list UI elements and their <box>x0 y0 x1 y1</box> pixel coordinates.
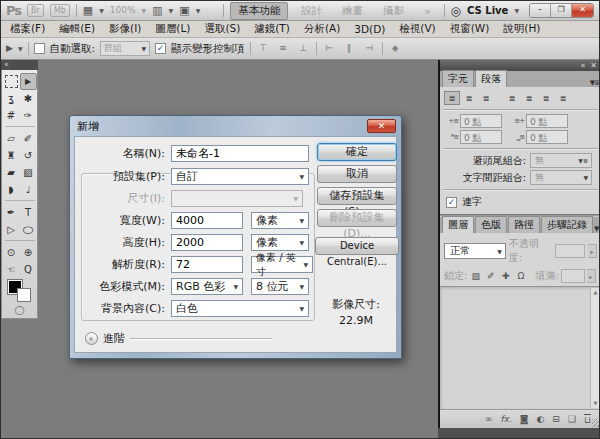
adjustment-layer-icon[interactable]: ◐ <box>536 414 544 424</box>
device-central-button[interactable]: Device Central(E)... <box>315 237 399 255</box>
chevron-down-icon[interactable]: ▼ <box>18 45 23 52</box>
auto-select-dropdown[interactable]: 群組 ▼ <box>100 41 150 56</box>
3d-orbit-tool[interactable]: ⊕ <box>20 244 37 261</box>
menu-analysis[interactable]: 分析(A) <box>297 21 347 37</box>
tab-paragraph[interactable]: 段落 <box>475 70 507 87</box>
menu-select[interactable]: 選取(S) <box>197 21 247 37</box>
bridge-button[interactable]: Br <box>27 4 44 17</box>
align-left-edges-icon[interactable]: ⊢ <box>322 42 337 55</box>
width-unit-dropdown[interactable]: 像素 ▼ <box>251 212 309 229</box>
panel-menu-icon[interactable]: ▼≣ <box>590 79 599 87</box>
panel-menu-icon[interactable]: ▼≣ <box>594 225 600 233</box>
arrange-documents-icon[interactable]: ▦ <box>83 5 93 16</box>
menu-edit[interactable]: 編輯(E) <box>52 21 102 37</box>
move-tool-preset-icon[interactable]: ▶ <box>6 44 13 53</box>
layer-mask-icon[interactable]: ◙ <box>520 414 529 424</box>
height-input[interactable] <box>171 234 243 251</box>
resolution-unit-dropdown[interactable]: 像素 / 英寸 ▼ <box>251 256 313 273</box>
brush-tool[interactable]: ✐ <box>20 130 37 147</box>
view-extras-icon[interactable]: ▥ <box>152 5 162 16</box>
first-line-indent-field[interactable]: 0 點 <box>460 130 502 144</box>
align-top-edges-icon[interactable]: ⊤ <box>256 42 271 55</box>
menu-help[interactable]: 說明(H) <box>496 21 547 37</box>
screen-mode-icon[interactable]: ▣ <box>179 5 189 16</box>
zoom-tool[interactable]: Q <box>20 261 37 278</box>
spot-healing-brush-tool[interactable]: ▱ <box>3 130 20 147</box>
quick-selection-tool[interactable]: ✱ <box>20 90 37 107</box>
fill-field[interactable] <box>561 269 585 283</box>
auto-select-checkbox[interactable] <box>34 43 45 54</box>
history-brush-tool[interactable]: ↺ <box>20 147 37 164</box>
tools-collapse-icon[interactable]: « <box>1 60 38 70</box>
justify-last-right-button[interactable]: ≣ <box>538 91 554 105</box>
layer-effects-icon[interactable]: fx. <box>500 414 511 424</box>
path-selection-tool[interactable]: ▷ <box>3 221 20 238</box>
pen-tool[interactable]: ✒ <box>3 204 20 221</box>
align-right-button[interactable]: ≣ <box>478 91 494 105</box>
tab-paths[interactable]: 路徑 <box>508 216 540 233</box>
close-button[interactable]: ✕ <box>572 4 593 17</box>
tab-layers[interactable]: 圖層 <box>442 216 474 233</box>
scroll-up-icon[interactable]: ▲ <box>591 288 600 297</box>
height-unit-dropdown[interactable]: 像素 ▼ <box>251 234 309 251</box>
menu-image[interactable]: 影像(I) <box>102 21 148 37</box>
gradient-tool[interactable]: ▧ <box>20 164 37 181</box>
mojikumi-dropdown[interactable]: 無 ▼ <box>530 170 592 185</box>
tab-character[interactable]: 字元 <box>442 70 474 87</box>
kinsoku-dropdown[interactable]: 無 ▼≣ <box>530 153 592 168</box>
type-tool[interactable]: T <box>20 204 37 221</box>
layers-list[interactable]: ▲ ▼ <box>440 286 600 409</box>
resize-grip[interactable] <box>592 419 600 427</box>
dialog-close-button[interactable]: ✕ <box>367 119 396 133</box>
delete-layer-icon[interactable]: ⊔ <box>584 414 591 425</box>
cancel-button[interactable]: 取消 <box>317 165 397 183</box>
align-horizontal-centers-icon[interactable]: ∥ <box>342 42 357 55</box>
lasso-tool[interactable]: ʓ <box>3 90 20 107</box>
hand-tool[interactable]: ☜ <box>3 261 20 278</box>
minimize-button[interactable]: – <box>530 4 551 17</box>
quick-mask-button[interactable]: ◯ <box>3 304 36 316</box>
eraser-tool[interactable]: ▰ <box>3 164 20 181</box>
lock-position-icon[interactable]: ✚ <box>499 271 512 281</box>
layers-scrollbar[interactable]: ▲ ▼ <box>590 288 600 408</box>
dodge-tool[interactable]: ♩ <box>20 181 37 198</box>
opacity-field[interactable] <box>555 244 585 258</box>
hyphenate-checkbox[interactable]: ✓ <box>446 197 457 208</box>
left-indent-field[interactable]: 0 點 <box>460 114 502 128</box>
eyedropper-tool[interactable]: ✑ <box>20 107 37 124</box>
3d-rotate-tool[interactable]: ⊙ <box>3 244 20 261</box>
background-dropdown[interactable]: 白色 ▼ <box>171 300 309 317</box>
align-bottom-edges-icon[interactable]: ⊥ <box>296 42 311 55</box>
bit-depth-dropdown[interactable]: 8 位元 ▼ <box>251 278 309 295</box>
chevron-down-icon[interactable]: ▼ <box>196 7 201 14</box>
lock-transparent-pixels-icon[interactable]: ▨ <box>469 271 482 281</box>
rectangular-marquee-tool[interactable]: ▢ <box>5 75 18 88</box>
crop-tool[interactable]: # <box>3 107 20 124</box>
advanced-expander[interactable]: » 進階 <box>85 331 272 346</box>
auto-align-layers-icon[interactable]: ◈ <box>388 42 403 55</box>
save-preset-button[interactable]: 儲存預設集(S)... <box>317 187 397 205</box>
collapse-panels-icon[interactable]: « <box>580 61 585 70</box>
lock-all-icon[interactable]: Ω <box>514 271 527 281</box>
mini-bridge-button[interactable]: Mb <box>50 4 70 17</box>
justify-last-center-button[interactable]: ≣ <box>521 91 537 105</box>
menu-filter[interactable]: 濾鏡(T) <box>247 21 297 37</box>
chevron-down-icon[interactable]: ▼ <box>99 7 104 14</box>
preset-dropdown[interactable]: 自訂 ▼ <box>171 168 309 185</box>
new-layer-icon[interactable]: ❏ <box>568 414 576 424</box>
chevron-down-icon[interactable]: ▼ <box>142 7 147 14</box>
align-right-edges-icon[interactable]: ⊣ <box>362 42 377 55</box>
ellipse-tool[interactable]: ◯ <box>20 224 37 236</box>
workspace-photography-button[interactable]: 攝影 <box>376 3 411 19</box>
move-tool[interactable]: ▶ <box>20 73 37 90</box>
workspace-overflow-icon[interactable]: » <box>417 4 437 18</box>
menu-layer[interactable]: 圖層(L) <box>148 21 197 37</box>
workspace-painting-button[interactable]: 繪畫 <box>335 3 370 19</box>
ok-button[interactable]: 確定 <box>317 143 397 161</box>
link-layers-icon[interactable]: ∞ <box>485 414 493 424</box>
background-color-swatch[interactable] <box>17 288 31 302</box>
layer-group-icon[interactable]: ⊟ <box>552 414 560 424</box>
scroll-down-icon[interactable]: ▼ <box>591 399 600 408</box>
justify-all-button[interactable]: ≣ <box>555 91 571 105</box>
space-after-field[interactable]: 0 點 <box>526 130 568 144</box>
